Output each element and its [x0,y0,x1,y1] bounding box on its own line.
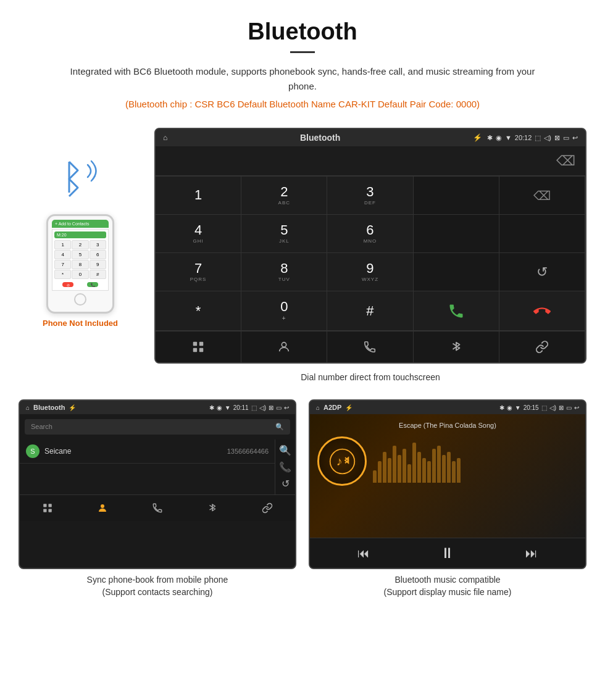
dial-key-1[interactable]: 1 [156,177,241,215]
pb-loc-icon: ◉ [217,404,222,411]
dial-statusbar: ⌂ Bluetooth ⚡ ✱ ◉ ▼ 20:12 ⬚ ◁) ⊠ ▭ ↩ [156,129,585,146]
dial-key-8-sub: TUV [278,277,290,282]
dial-key-0-sub: + [282,315,286,322]
dial-call-button[interactable] [414,291,499,331]
eq-bar [398,455,401,483]
dial-key-0[interactable]: 0 + [241,291,327,331]
dial-bottom-contacts[interactable] [241,331,327,362]
phone-bottom-bar: ⊘ 📞 [54,281,106,288]
phone-bar-left: M:20 [57,233,67,237]
dial-cell-backspace[interactable]: ⌫ [499,177,585,215]
contact-avatar: S [26,444,40,458]
svg-point-5 [282,343,286,347]
dial-key-6-main: 6 [366,223,373,237]
dial-bottom-phone[interactable] [327,331,413,362]
contact-number: 13566664466 [227,448,269,455]
phone-mockup: + Add to Contacts M:20 1 2 3 4 5 6 7 8 9… [46,214,114,314]
pb-search-bar[interactable]: Search 🔍 [25,419,290,435]
dial-bt-icon: ✱ [487,134,493,142]
pb-right-reload-icon[interactable]: ↺ [282,478,290,490]
pb-statusbar: ⌂ Bluetooth ⚡ ✱ ◉ ▼ 20:11 ⬚ ◁) ⊠ ▭ ↩ [20,401,295,414]
phone-key-4: 4 [54,250,71,259]
phone-not-included-label: Phone Not Included [43,319,118,328]
pb-bottom-phone[interactable] [130,499,185,517]
dial-x-icon: ⊠ [554,134,560,142]
dial-cell-empty-4 [414,253,499,291]
dial-key-3-main: 3 [366,185,373,199]
backspace-btn[interactable]: ⌫ [556,153,575,169]
svg-rect-9 [48,509,51,512]
dial-key-5-main: 5 [280,223,288,237]
dial-key-hash[interactable]: # [327,291,413,331]
dial-key-8[interactable]: 8 TUV [241,253,327,291]
dial-key-9-sub: WXYZ [362,277,378,282]
pb-bt-icon: ✱ [209,404,214,411]
music-play-pause-btn[interactable]: ⏸ [440,544,455,562]
dial-key-6[interactable]: 6 MNO [327,215,413,253]
page-header: Bluetooth Integrated with BC6 Bluetooth … [0,0,605,128]
dial-end-button[interactable] [499,291,585,331]
dial-key-9[interactable]: 9 WXYZ [327,253,413,291]
music-x-icon: ⊠ [559,404,564,411]
dial-cell-empty-2 [414,215,499,253]
pb-right-icons: 🔍 📞 ↺ [275,440,295,494]
music-prev-btn[interactable]: ⏮ [357,546,370,560]
pb-vol-icon: ◁) [259,404,266,411]
dial-bottom-grid[interactable] [156,331,241,362]
dial-cell-empty-1 [414,177,499,215]
pb-contact-row[interactable]: S Seicane 13566664466 [20,440,275,464]
dial-rect-icon: ▭ [563,134,569,142]
dial-time: 20:12 [515,134,532,141]
dial-bottom-link[interactable] [499,331,585,362]
dial-key-5[interactable]: 5 JKL [241,215,327,253]
svg-rect-4 [199,348,203,352]
dial-bottom-bluetooth[interactable] [414,331,499,362]
dial-key-3[interactable]: 3 DEF [327,177,413,215]
eq-bar [432,449,436,483]
pb-bottom-link[interactable] [240,499,295,517]
specs-line: (Bluetooth chip : CSR BC6 Default Blueto… [25,99,580,109]
dial-key-0-main: 0 [280,300,288,314]
phone-call-btn: 📞 [87,282,98,287]
pb-bottom-bluetooth[interactable] [185,499,240,517]
music-rect-icon: ▭ [566,404,572,411]
dial-key-4[interactable]: 4 GHI [156,215,241,253]
eq-bar [457,458,461,483]
svg-point-11 [330,449,354,473]
phone-key-7: 7 [54,260,71,269]
dial-key-star-main: * [196,304,201,318]
music-album-art: ♪ [317,436,367,486]
music-song-title: Escape (The Pina Colada Song) [317,422,578,429]
phone-key-2: 2 [72,240,88,249]
phone-keypad: 1 2 3 4 5 6 7 8 9 * 0 # [54,240,106,279]
bluetooth-signal-icon [56,152,105,202]
pb-bottom-contact[interactable] [75,499,130,517]
pb-right-search-icon[interactable]: 🔍 [279,444,291,456]
pb-search-placeholder: Search [31,423,52,431]
pb-back-icon: ↩ [284,404,289,411]
phone-key-6: 6 [90,250,106,259]
dial-key-4-sub: GHI [193,238,203,244]
music-title: A2DP [323,404,341,411]
pb-rect-icon: ▭ [276,404,282,411]
call-add-label: + Add to Contacts [55,222,89,226]
music-next-btn[interactable]: ⏭ [525,546,538,560]
pb-right-phone-icon[interactable]: 📞 [279,461,291,473]
pb-caption-line1: Sync phone-book from mobile phone [19,574,296,586]
music-statusbar: ⌂ A2DP ⚡ ✱ ◉ ▼ 20:15 ⬚ ◁) ⊠ ▭ ↩ [310,401,585,414]
dial-loc-icon: ◉ [496,134,502,142]
dial-key-star[interactable]: * [156,291,241,331]
dial-key-7[interactable]: 7 PQRS [156,253,241,291]
dial-vol-icon: ◁) [544,134,551,142]
svg-rect-2 [199,342,203,346]
music-controls: ⏮ ⏸ ⏭ [310,538,585,568]
dial-cell-reload[interactable]: ↺ [499,253,585,291]
eq-bar [373,470,377,483]
title-divider [290,51,315,53]
phone-key-1: 1 [54,240,71,249]
phone-section: + Add to Contacts M:20 1 2 3 4 5 6 7 8 9… [19,128,142,387]
svg-rect-7 [48,504,51,507]
pb-bottom-grid[interactable] [20,499,75,517]
dial-signal-icon: ▼ [505,134,512,141]
dial-key-2[interactable]: 2 ABC [241,177,327,215]
